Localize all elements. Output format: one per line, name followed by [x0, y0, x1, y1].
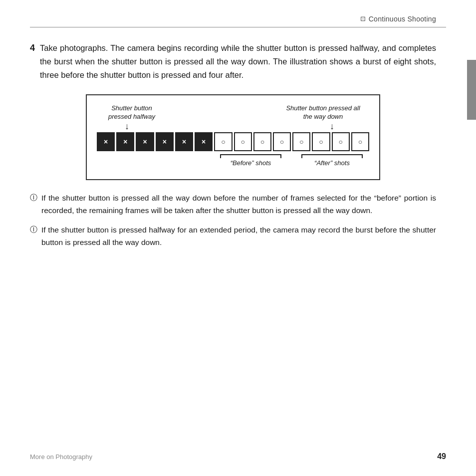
step-text: Take photographs. The camera begins reco…	[40, 41, 436, 82]
note-text-1: If the shutter button is pressed all the…	[41, 192, 436, 217]
before-shots-label: “Before” shots	[220, 159, 281, 167]
shot-filled-5: ×	[175, 132, 193, 151]
main-content: 4 Take photographs. The camera begins re…	[30, 41, 446, 249]
footer: More on Photography 49	[30, 452, 446, 461]
shot-filled-4: ×	[156, 132, 174, 151]
shot-empty-4: ○	[273, 132, 291, 151]
shot-empty-3: ○	[253, 132, 271, 151]
note-item-2: Ⓘ If the shutter button is pressed halfw…	[30, 224, 436, 249]
camera-icon: ⊡	[360, 15, 366, 23]
arrow-left: ↓	[125, 122, 129, 131]
shot-filled-1: ×	[97, 132, 115, 151]
shots-row: × × × × × × ○ ○ ○ ○ ○ ○ ○ ○	[97, 132, 369, 151]
illustration-box: Shutter button pressed halfway Shutter b…	[86, 94, 380, 181]
shot-empty-7: ○	[332, 132, 350, 151]
note-text-2: If the shutter button is pressed halfway…	[41, 224, 436, 249]
step-number: 4	[30, 41, 35, 55]
before-bracket-line	[220, 154, 281, 158]
label-right: Shutter button pressed all the way down	[279, 104, 367, 121]
note-item-1: Ⓘ If the shutter button is pressed all t…	[30, 192, 436, 217]
sidebar-bar	[467, 60, 476, 120]
after-bracket-line	[301, 154, 363, 158]
bracket-row: “Before” shots “After” shots	[97, 154, 369, 172]
header-title: Continuous Shooting	[369, 15, 436, 23]
shot-empty-2: ○	[234, 132, 252, 151]
after-shots-label: “After” shots	[301, 159, 363, 167]
page-container: ⊡ Continuous Shooting 4 Take photographs…	[0, 0, 476, 476]
arrow-right: ↓	[330, 122, 334, 131]
label-left: Shutter button pressed halfway	[97, 104, 167, 121]
shot-empty-5: ○	[292, 132, 310, 151]
note-icon-1: Ⓘ	[30, 193, 37, 203]
note-icon-2: Ⓘ	[30, 225, 37, 235]
shot-filled-2: ×	[116, 132, 134, 151]
illustration-wrapper: Shutter button pressed halfway Shutter b…	[97, 104, 369, 173]
shot-filled-6: ×	[195, 132, 213, 151]
notes-section: Ⓘ If the shutter button is pressed all t…	[30, 192, 436, 248]
shot-empty-6: ○	[312, 132, 330, 151]
step-section: 4 Take photographs. The camera begins re…	[30, 41, 436, 82]
shot-empty-8: ○	[351, 132, 369, 151]
page-number: 49	[437, 452, 446, 461]
header: ⊡ Continuous Shooting	[30, 15, 446, 27]
shot-empty-1: ○	[214, 132, 232, 151]
shot-filled-3: ×	[136, 132, 154, 151]
footer-section-label: More on Photography	[30, 453, 92, 461]
